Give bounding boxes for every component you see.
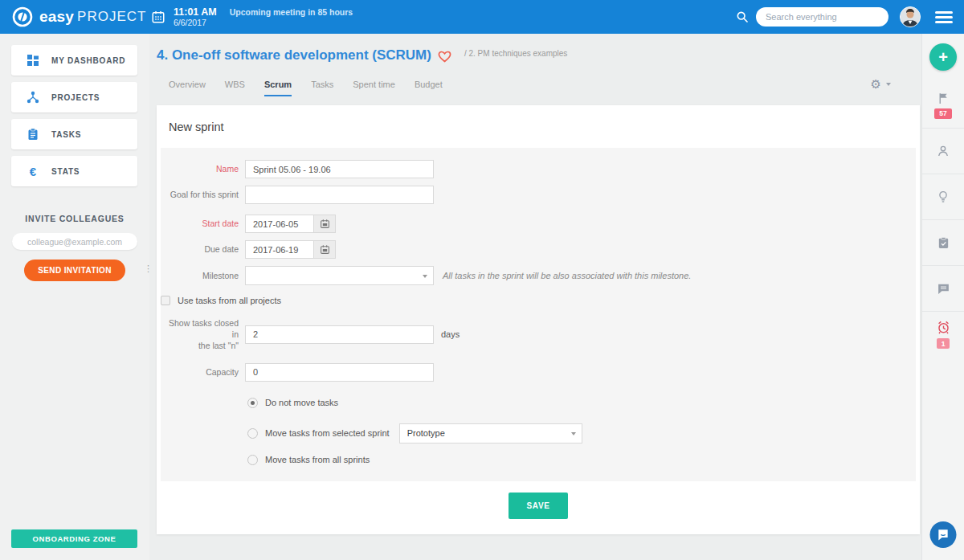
project-tabs: Overview WBS Scrum Tasks Spent time Budg… [157, 77, 920, 96]
due-date-calendar-button[interactable] [314, 240, 336, 259]
use-all-projects-label: Use tasks from all projects [178, 296, 281, 305]
chevron-down-icon [571, 432, 576, 435]
calendar-icon [320, 219, 330, 229]
capacity-label: Capacity [161, 366, 239, 378]
chevron-down-icon [423, 275, 427, 278]
goal-input[interactable] [245, 186, 434, 204]
name-label: Name [161, 163, 239, 174]
save-button[interactable]: SAVE [509, 493, 569, 519]
right-rail: + 57 [921, 34, 964, 560]
tab-tasks[interactable]: Tasks [311, 80, 333, 96]
gear-icon: ⚙ [871, 77, 881, 92]
sidebar-item-label: TASKS [51, 130, 81, 139]
sprint-select[interactable]: Prototype [399, 423, 582, 444]
rail-reminders-button[interactable]: 1 [922, 311, 964, 357]
logo-text-project: PROJECT [77, 9, 146, 25]
flag-badge: 57 [934, 108, 951, 119]
tab-wbs[interactable]: WBS [225, 80, 245, 96]
clipboard-check-icon [937, 236, 950, 250]
upcoming-meeting-note[interactable]: Upcoming meeting in 85 hours [230, 7, 353, 17]
sidebar-item-my-dashboard[interactable]: MY DASHBOARD [11, 45, 137, 76]
alarm-clock-icon [936, 320, 951, 335]
favorite-heart-icon[interactable] [438, 51, 451, 63]
milestone-label: Milestone [161, 270, 239, 281]
radio-label: Move tasks from selected sprint [265, 428, 390, 438]
main-content: 4. One-off software development (SCRUM) … [149, 34, 921, 560]
new-sprint-card: New sprint Name Goal for this sprint Sta… [157, 105, 920, 534]
form-title: New sprint [157, 105, 920, 148]
page-title[interactable]: 4. One-off software development (SCRUM) [157, 47, 431, 63]
tab-budget[interactable]: Budget [415, 80, 443, 96]
use-all-projects-checkbox[interactable] [161, 296, 170, 305]
milestone-note: All tasks in the sprint will be also ass… [443, 271, 691, 280]
goal-label: Goal for this sprint [161, 189, 239, 200]
invite-email-input[interactable] [12, 233, 137, 250]
breadcrumb[interactable]: / 2. PM techniques examples [464, 49, 567, 58]
projects-icon [27, 91, 39, 104]
due-date-input[interactable] [245, 240, 314, 259]
tab-spent-time[interactable]: Spent time [353, 80, 395, 96]
sidebar-item-label: MY DASHBOARD [51, 56, 125, 65]
sidebar-item-stats[interactable]: € STATS [11, 156, 137, 186]
easyproject-logo-icon [12, 6, 33, 27]
user-avatar[interactable] [900, 6, 921, 27]
rail-tasks-button[interactable] [922, 219, 964, 265]
flag-icon [937, 92, 950, 105]
menu-icon[interactable] [935, 9, 953, 26]
app-logo[interactable]: easy PROJECT [0, 6, 149, 27]
due-date-label: Due date [161, 243, 239, 255]
rail-messages-button[interactable] [922, 265, 964, 311]
onboarding-zone-button[interactable]: ONBOARDING ZONE [11, 529, 137, 548]
start-date-calendar-button[interactable] [314, 215, 336, 233]
sidebar-collapse-handle[interactable]: ⋮ [144, 267, 153, 270]
days-suffix: days [441, 329, 460, 339]
closed-days-input[interactable] [245, 325, 434, 344]
tasks-icon [27, 128, 39, 141]
current-time: 11:01 AM [174, 6, 217, 18]
add-new-button[interactable]: + [929, 43, 957, 71]
invite-colleagues-section: INVITE COLLEAGUES SEND INVITATION [0, 214, 149, 281]
closed-days-label: Show tasks closed in the last "n" [161, 317, 239, 352]
search-icon[interactable] [736, 10, 749, 23]
rail-flags-button[interactable]: 57 [922, 82, 964, 128]
invite-title: INVITE COLLEAGUES [0, 214, 149, 223]
stats-euro-icon: € [27, 165, 39, 178]
clock-widget[interactable]: 11:01 AM 6/6/2017 [174, 6, 217, 27]
tab-overview[interactable]: Overview [169, 80, 206, 96]
calendar-icon[interactable] [151, 10, 165, 24]
sidebar-item-tasks[interactable]: TASKS [11, 119, 137, 149]
radio-label: Move tasks from all sprints [265, 455, 370, 464]
rail-ideas-button[interactable] [922, 174, 964, 219]
sidebar-item-label: STATS [51, 167, 80, 176]
start-date-input[interactable] [245, 215, 314, 233]
radio-move-from-selected-sprint[interactable] [247, 428, 258, 439]
sidebar-item-projects[interactable]: PROJECTS [11, 82, 137, 112]
chat-bubble-icon [937, 528, 950, 542]
logo-text-easy: easy [39, 8, 74, 26]
top-bar: easy PROJECT 11:01 AM 6/6/2017 Upcoming … [0, 0, 964, 34]
search-input[interactable] [756, 7, 888, 27]
radio-do-not-move-tasks[interactable] [247, 398, 258, 408]
radio-move-from-all-sprints[interactable] [247, 455, 258, 465]
person-icon [936, 144, 950, 158]
alarm-badge: 1 [937, 338, 950, 349]
name-input[interactable] [245, 160, 434, 178]
tab-scrum[interactable]: Scrum [264, 80, 292, 96]
settings-menu-button[interactable]: ⚙ [871, 77, 891, 96]
sidebar-item-label: PROJECTS [51, 93, 100, 102]
current-date: 6/6/2017 [174, 18, 217, 27]
send-invitation-button[interactable]: SEND INVITATION [24, 260, 125, 281]
milestone-select[interactable] [245, 266, 434, 285]
start-date-label: Start date [161, 218, 239, 229]
chat-icon [937, 282, 950, 296]
dashboard-icon [27, 54, 39, 67]
radio-label: Do not move tasks [265, 398, 338, 407]
left-sidebar: MY DASHBOARD PROJECTS TASKS € STATS [0, 34, 149, 560]
rail-users-button[interactable] [922, 128, 964, 174]
capacity-input[interactable] [245, 363, 434, 382]
live-chat-button[interactable] [930, 521, 957, 548]
chevron-down-icon [886, 83, 891, 86]
new-sprint-form: Name Goal for this sprint Start date [161, 148, 916, 481]
sprint-select-value: Prototype [407, 428, 445, 438]
calendar-icon [320, 244, 330, 255]
